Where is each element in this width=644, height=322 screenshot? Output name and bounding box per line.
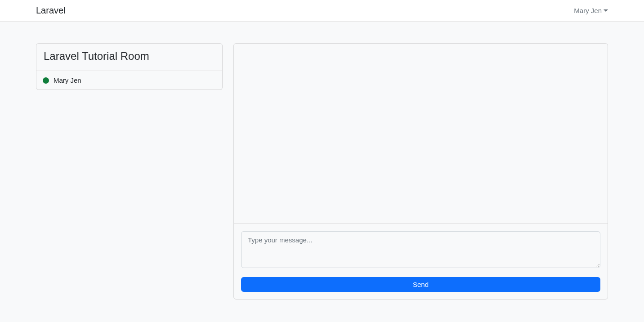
caret-down-icon	[604, 9, 608, 12]
chat-footer: Send	[234, 224, 608, 299]
room-title: Laravel Tutorial Room	[44, 50, 215, 63]
user-name: Mary Jen	[54, 76, 81, 84]
brand-link[interactable]: Laravel	[36, 5, 66, 16]
chat-column: Send	[233, 43, 608, 300]
room-card: Laravel Tutorial Room Mary Jen	[36, 43, 223, 90]
user-dropdown[interactable]: Mary Jen	[574, 7, 608, 14]
sidebar-column: Laravel Tutorial Room Mary Jen	[36, 43, 223, 300]
chat-card: Send	[233, 43, 608, 300]
user-list: Mary Jen	[36, 71, 222, 89]
status-online-icon	[43, 77, 49, 84]
user-list-item: Mary Jen	[36, 71, 222, 89]
room-card-header: Laravel Tutorial Room	[36, 44, 222, 71]
navbar-user-name: Mary Jen	[574, 7, 602, 14]
navbar: Laravel Mary Jen	[0, 0, 644, 22]
message-input[interactable]	[241, 231, 600, 268]
chat-messages-area[interactable]	[234, 44, 608, 224]
main-container: Laravel Tutorial Room Mary Jen Send	[31, 22, 613, 310]
send-button[interactable]: Send	[241, 277, 600, 292]
